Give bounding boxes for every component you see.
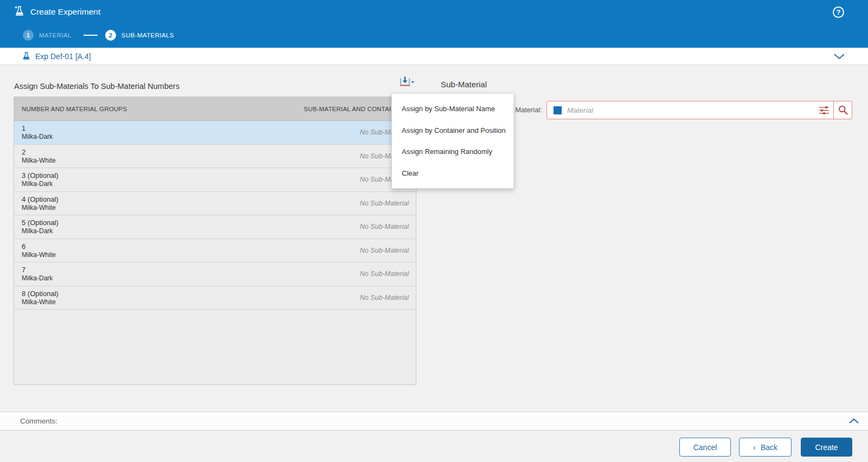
experiment-definition-bar[interactable]: Exp Def-01 [A.4] — [0, 48, 868, 65]
experiment-definition-label: Exp Def-01 [A.4] — [35, 52, 91, 61]
chevron-up-icon[interactable] — [848, 417, 859, 427]
table-row[interactable]: 1 Milka-Dark No Sub-Material — [14, 121, 416, 145]
menu-item-assign-by-name[interactable]: Assign by Sub-Material Name — [392, 98, 513, 120]
table-row[interactable]: 5 (Optional) Milka-Dark No Sub-Material — [14, 215, 416, 239]
row-material-group: Milka-White — [22, 157, 56, 165]
create-experiment-dialog: Create Experiment ? 1 MATERIAL 2 SUB-MAT… — [0, 0, 868, 462]
sub-material-assignment-table: NUMBER AND MATERIAL GROUPS SUB-MATERIAL … — [14, 97, 416, 385]
step-1-label: MATERIAL — [39, 32, 72, 39]
menu-item-clear[interactable]: Clear — [392, 163, 513, 184]
table-row[interactable]: 3 (Optional) Milka-Dark No Sub-Material — [14, 168, 416, 192]
row-number: 2 — [22, 147, 56, 157]
row-number: 6 — [22, 242, 56, 251]
wizard-steps: 1 MATERIAL 2 SUB-MATERIALS — [23, 30, 174, 41]
step-2-label: SUB-MATERIALS — [121, 32, 174, 39]
experiment-flask-icon — [14, 5, 25, 19]
step-2-circle: 2 — [105, 30, 116, 41]
sliders-icon — [818, 105, 830, 116]
comments-section[interactable]: Comments: — [0, 412, 868, 431]
chevron-left-icon: ‹ — [753, 443, 756, 451]
assign-section-title: Assign Sub-Materials To Sub-Material Num… — [14, 82, 179, 91]
dialog-header: Create Experiment ? 1 MATERIAL 2 SUB-MAT… — [0, 0, 868, 48]
row-number: 7 — [22, 265, 53, 274]
create-button[interactable]: Create — [801, 438, 852, 457]
row-material-group: Milka-White — [22, 204, 59, 212]
back-button-label: Back — [761, 443, 777, 452]
material-search-box — [546, 101, 852, 119]
row-sub-material-value: No Sub-Material — [360, 215, 409, 239]
table-row[interactable]: 2 Milka-White No Sub-Material — [14, 145, 416, 169]
assign-actions-button[interactable] — [397, 75, 416, 91]
help-icon[interactable]: ? — [833, 7, 844, 18]
table-row[interactable]: 6 Milka-White No Sub-Material — [14, 239, 416, 263]
row-number: 3 (Optional) — [22, 171, 59, 180]
column-header-number-groups: NUMBER AND MATERIAL GROUPS — [14, 97, 232, 120]
search-button[interactable] — [834, 101, 852, 119]
dialog-title: Create Experiment — [30, 7, 100, 17]
assign-dropdown-menu: Assign by Sub-Material Name Assign by Co… — [391, 93, 514, 189]
step-1-circle: 1 — [23, 30, 34, 41]
chevron-down-icon[interactable] — [833, 53, 845, 62]
row-sub-material-value: No Sub-Material — [360, 286, 409, 310]
search-icon — [838, 105, 848, 116]
menu-item-assign-by-container[interactable]: Assign by Container and Position — [392, 120, 513, 142]
table-header-row: NUMBER AND MATERIAL GROUPS SUB-MATERIAL … — [14, 97, 416, 121]
cancel-button[interactable]: Cancel — [679, 438, 731, 457]
filter-options-button[interactable] — [815, 101, 833, 119]
sub-material-panel-title: Sub-Material — [441, 80, 487, 89]
comments-label: Comments: — [20, 417, 57, 425]
row-material-group: Milka-Dark — [22, 274, 53, 283]
row-number: 4 (Optional) — [22, 195, 59, 204]
row-material-group: Milka-Dark — [22, 133, 53, 141]
row-number: 8 (Optional) — [22, 289, 59, 298]
table-row[interactable]: 8 (Optional) Milka-White No Sub-Material — [14, 286, 416, 310]
row-material-group: Milka-Dark — [22, 180, 59, 188]
step-material[interactable]: 1 MATERIAL — [23, 30, 72, 41]
step-connector-line — [83, 35, 98, 36]
assign-arrow-icon — [398, 76, 415, 90]
step-sub-materials[interactable]: 2 SUB-MATERIALS — [105, 30, 174, 41]
row-number: 5 (Optional) — [22, 218, 59, 227]
material-search-input[interactable] — [562, 101, 815, 119]
menu-item-assign-randomly[interactable]: Assign Remaining Randomly — [392, 141, 513, 163]
row-material-group: Milka-White — [22, 251, 56, 259]
row-number: 1 — [22, 124, 53, 133]
flask-icon — [22, 51, 31, 62]
material-type-icon — [554, 106, 562, 114]
table-row[interactable]: 4 (Optional) Milka-White No Sub-Material — [14, 192, 416, 216]
table-row[interactable]: 7 Milka-Dark No Sub-Material — [14, 262, 416, 286]
row-sub-material-value: No Sub-Material — [360, 239, 409, 262]
row-sub-material-value: No Sub-Material — [360, 262, 409, 286]
row-material-group: Milka-Dark — [22, 227, 59, 235]
back-button[interactable]: ‹ Back — [739, 438, 792, 457]
row-sub-material-value: No Sub-Material — [360, 192, 409, 215]
row-material-group: Milka-White — [22, 298, 59, 306]
column-header-sub-material: SUB-MATERIAL AND CONTAINERS — [232, 97, 416, 120]
